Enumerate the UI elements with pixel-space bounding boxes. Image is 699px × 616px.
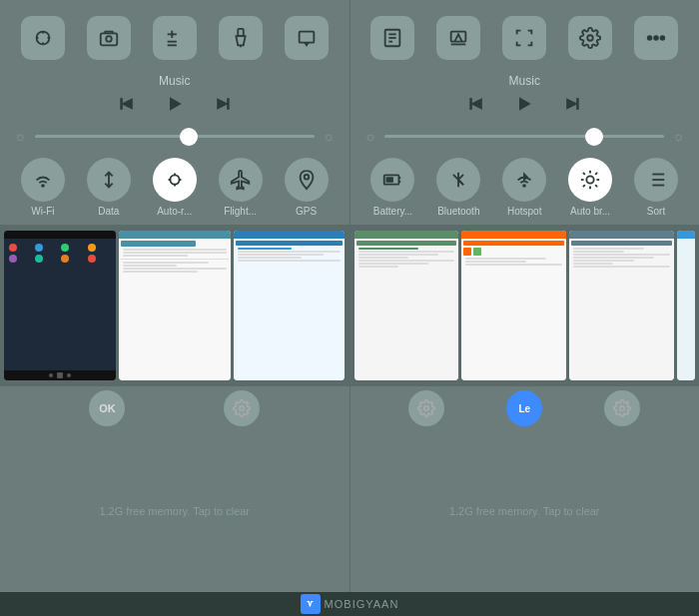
svg-marker-34 [566, 98, 578, 110]
autorotate-circle [153, 158, 197, 202]
battery-feature[interactable]: Battery... [370, 158, 414, 217]
sort-circle [634, 158, 678, 202]
note-toggle[interactable] [370, 16, 414, 60]
bluetooth-feature[interactable]: Bluetooth [436, 158, 480, 217]
svg-rect-35 [576, 98, 579, 110]
svg-point-30 [661, 36, 665, 40]
auto-brightness-circle [568, 158, 612, 202]
left-screen-1[interactable] [4, 231, 116, 380]
bluetooth-circle [436, 158, 480, 202]
right-brightness-max-icon: ☼ [672, 128, 685, 144]
left-ok-button[interactable]: OK [89, 390, 125, 426]
left-screen-3[interactable] [234, 231, 346, 380]
right-play-button[interactable] [514, 94, 534, 118]
svg-point-57 [620, 406, 625, 411]
svg-rect-15 [227, 98, 230, 110]
auto-brightness-label: Auto br... [570, 206, 610, 217]
left-music-label: Music [159, 74, 190, 88]
svg-line-49 [595, 173, 597, 175]
right-memory-bar[interactable]: 1.2G free memory. Tap to clear [350, 430, 700, 592]
left-memory-bar[interactable]: 1.2G free memory. Tap to clear [0, 430, 350, 592]
svg-rect-32 [470, 98, 473, 110]
screenshot-toggle[interactable] [285, 16, 329, 60]
left-brightness-thumb[interactable] [180, 128, 198, 146]
data-label: Data [98, 206, 119, 217]
cast-toggle[interactable] [436, 16, 480, 60]
right-music-controls [466, 94, 582, 118]
svg-rect-10 [299, 32, 314, 43]
settings-toggle[interactable] [568, 16, 612, 60]
svg-point-19 [304, 175, 309, 180]
data-circle [87, 158, 131, 202]
left-quick-toggles [0, 8, 350, 68]
autorotate-label: Auto-r... [157, 206, 192, 217]
watermark-bar: MOBIGYAAN [0, 592, 699, 616]
right-music-label: Music [509, 74, 540, 88]
right-settings-button-2[interactable] [604, 390, 640, 426]
hotspot-circle [502, 158, 546, 202]
svg-rect-39 [386, 177, 393, 183]
right-next-button[interactable] [562, 94, 582, 118]
left-brightness-slider[interactable] [35, 135, 315, 138]
left-prev-button[interactable] [117, 94, 137, 118]
calculator-toggle[interactable] [153, 16, 197, 60]
battery-circle [370, 158, 414, 202]
hotspot-feature[interactable]: Hotspot [502, 158, 546, 217]
expand-toggle[interactable] [502, 16, 546, 60]
gps-label: GPS [296, 206, 317, 217]
svg-point-18 [170, 175, 179, 184]
right-brightness-min-icon: ☼ [364, 128, 377, 144]
svg-marker-14 [217, 98, 229, 110]
camera-toggle[interactable] [87, 16, 131, 60]
right-prev-button[interactable] [466, 94, 486, 118]
wifi-feature[interactable]: Wi-Fi [21, 158, 65, 217]
svg-point-20 [240, 406, 245, 411]
right-panel: Music ☼ ☼ [350, 0, 700, 592]
more-toggle[interactable] [634, 16, 678, 60]
left-next-button[interactable] [213, 94, 233, 118]
svg-rect-7 [238, 29, 244, 36]
right-screen-2[interactable] [461, 231, 566, 380]
flight-feature[interactable]: Flight... [219, 158, 263, 217]
svg-rect-12 [120, 98, 123, 110]
left-brightness-min-icon: ☼ [14, 128, 27, 144]
flashlight-toggle[interactable] [219, 16, 263, 60]
right-screen-3[interactable] [569, 231, 674, 380]
left-feature-toggles: Wi-Fi Data Auto-r... Fligh [0, 150, 350, 225]
svg-point-28 [648, 36, 652, 40]
right-brightness-slider[interactable] [384, 135, 664, 138]
svg-point-0 [37, 32, 50, 45]
svg-marker-13 [170, 97, 182, 110]
battery-label: Battery... [373, 206, 412, 217]
svg-line-47 [595, 185, 597, 187]
left-panel: Music ☼ ☼ [0, 0, 350, 592]
left-music-section: Music [0, 68, 350, 122]
svg-point-41 [586, 176, 593, 183]
svg-line-48 [583, 185, 585, 187]
svg-marker-31 [470, 98, 482, 110]
right-screen-4[interactable] [677, 231, 695, 380]
right-screenshots [350, 225, 700, 386]
left-brightness-row: ☼ ☼ [0, 122, 350, 150]
left-settings-button[interactable] [224, 390, 260, 426]
data-feature[interactable]: Data [87, 158, 131, 217]
left-screen-2[interactable] [119, 231, 231, 380]
right-bottom-bar: Le [350, 386, 700, 430]
auto-brightness-feature[interactable]: Auto br... [568, 158, 612, 217]
autorotate-feature[interactable]: Auto-r... [153, 158, 197, 217]
left-play-button[interactable] [165, 94, 185, 118]
gps-feature[interactable]: GPS [285, 158, 329, 217]
svg-point-56 [424, 406, 429, 411]
right-settings-button-1[interactable] [408, 390, 444, 426]
flight-label: Flight... [224, 206, 257, 217]
right-brightness-row: ☼ ☼ [350, 122, 700, 150]
right-music-section: Music [350, 68, 700, 122]
right-brightness-thumb[interactable] [585, 128, 603, 146]
rotate-toggle[interactable] [21, 16, 65, 60]
letv-button[interactable]: Le [506, 390, 542, 426]
right-screen-1[interactable] [354, 231, 459, 380]
left-bottom-bar: OK [0, 386, 350, 430]
sort-feature[interactable]: Sort [634, 158, 678, 217]
svg-line-46 [583, 173, 585, 175]
watermark-text: MOBIGYAAN [325, 598, 399, 610]
